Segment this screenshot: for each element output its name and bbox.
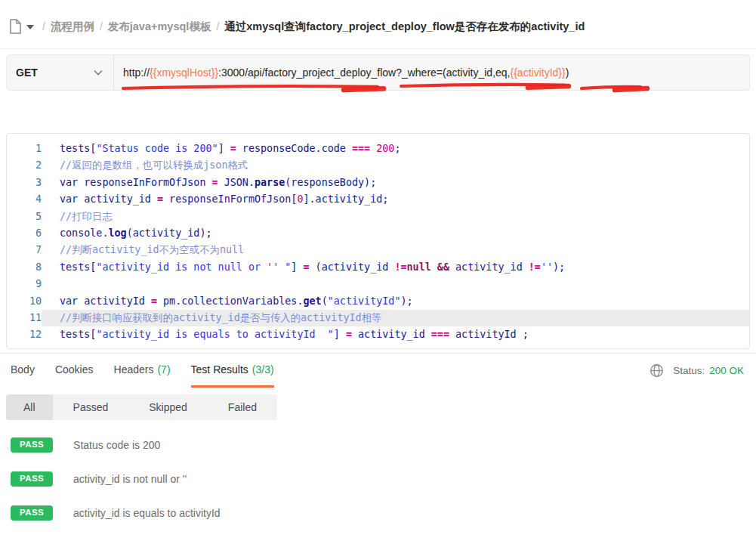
code-token: =: [230, 143, 236, 154]
code-token: parse: [255, 177, 285, 188]
code-token: var activity_id: [60, 193, 157, 205]
request-url-bar: GET http://{{xmysqlHost}}:3000/api/facto…: [6, 54, 750, 91]
code-token: null: [407, 261, 431, 273]
code-line: 12tests["activity_id is equals to activi…: [7, 326, 749, 343]
code-token: tests[: [60, 261, 96, 273]
pass-badge: PASS: [11, 437, 53, 453]
code-token: "activity_id is not null or '' ": [96, 261, 291, 273]
code-token: activityId ;: [449, 329, 529, 340]
code-token: ].activity_id;: [304, 193, 389, 205]
response-tab-test-results[interactable]: Test Results(3/3): [191, 354, 274, 388]
code-text: //打印日志: [42, 209, 749, 225]
url-segment: {{xmysqlHost}}: [150, 66, 218, 79]
method-selector[interactable]: GET: [7, 55, 113, 90]
filter-tab-all[interactable]: All: [6, 394, 53, 420]
url-segment: :3000/api/factory_project_deploy_flow?_w…: [218, 66, 510, 79]
breadcrumb-separator: /: [216, 20, 219, 32]
breadcrumb-item[interactable]: 流程用例: [51, 20, 94, 34]
code-token: =: [346, 329, 352, 340]
code-token: //判断接口响应获取到的activity_id是否与传入的activityId相…: [60, 312, 381, 323]
breadcrumb-separator: /: [100, 20, 103, 32]
breadcrumb: /流程用例/发布java+mysql模板/通过xmysql查询factory_p…: [0, 0, 756, 49]
code-line: 1tests["Status code is 200"] = responseC…: [7, 141, 749, 157]
code-text: tests["activity_id is not null or '' "] …: [42, 259, 749, 276]
response-tab-headers[interactable]: Headers(7): [114, 354, 171, 388]
url-input[interactable]: http://{{xmysqlHost}}:3000/api/factory_p…: [114, 66, 569, 79]
code-token: ]: [334, 329, 346, 340]
tab-count-badge: (7): [157, 363, 170, 376]
breadcrumb-current: 通过xmysql查询factory_project_deploy_flow是否存…: [224, 20, 585, 34]
code-text: //返回的是数组，也可以转换成json格式: [42, 157, 749, 174]
code-text: var responseInFormOfJson = JSON.parse(re…: [42, 175, 749, 191]
code-token: '': [541, 261, 553, 273]
code-token: activity_id: [449, 261, 529, 273]
code-line: 5//打印日志: [7, 209, 749, 225]
code-token: ===: [431, 329, 449, 340]
chevron-down-icon: [94, 70, 103, 76]
code-token: =: [157, 193, 163, 205]
response-tabs: BodyCookiesHeaders(7)Test Results(3/3): [11, 354, 274, 388]
response-tab-cookies[interactable]: Cookies: [55, 354, 94, 388]
code-token: [431, 261, 437, 273]
code-line: 7//判断activity_id不为空或不为null: [7, 242, 749, 258]
code-token: //判断activity_id不为空或不为null: [60, 244, 244, 255]
code-token: (responseBody);: [285, 177, 376, 188]
code-token: );: [553, 261, 565, 273]
code-token: ;: [394, 143, 400, 154]
url-segment: ): [566, 66, 569, 79]
code-text: tests["Status code is 200"] = responseCo…: [42, 141, 749, 157]
code-text: //判断activity_id不为空或不为null: [42, 242, 749, 258]
code-token: (activity_id: [310, 261, 395, 273]
code-token: responseCode.code: [236, 143, 352, 154]
code-line: 9: [7, 276, 749, 292]
code-token: var responseInFormOfJson: [60, 177, 212, 188]
line-number: 4: [7, 191, 42, 208]
request-file-icon[interactable]: [8, 18, 23, 35]
code-text: console.log(activity_id);: [42, 225, 749, 242]
test-result-text: activity_id is not null or '': [73, 473, 187, 485]
filter-tab-skipped[interactable]: Skipped: [128, 394, 208, 420]
breadcrumb-caret-icon[interactable]: [26, 25, 34, 29]
code-line: 8tests["activity_id is not null or '' "]…: [7, 259, 749, 276]
line-number: 10: [7, 293, 42, 310]
method-label: GET: [16, 66, 38, 79]
code-token: (: [322, 295, 328, 307]
response-tab-body[interactable]: Body: [11, 354, 35, 388]
test-result-filter: AllPassedSkippedFailed: [6, 394, 277, 420]
breadcrumb-item[interactable]: 发布java+mysql模板: [108, 20, 211, 34]
code-text: //判断接口响应获取到的activity_id是否与传入的activityId相…: [42, 310, 749, 326]
test-result-text: Status code is 200: [73, 439, 160, 451]
code-token: (activity_id);: [127, 227, 212, 239]
pass-badge: PASS: [11, 471, 53, 487]
test-result-row: PASSactivity_id is not null or '': [11, 471, 750, 487]
code-token: console.: [60, 227, 109, 239]
code-token: =: [303, 261, 309, 273]
code-token: log: [109, 227, 127, 239]
code-token: &&: [437, 261, 449, 273]
line-number: 11: [7, 310, 42, 326]
code-token: "activityId": [328, 295, 401, 307]
breadcrumb-items: /流程用例/发布java+mysql模板/通过xmysql查询factory_p…: [37, 20, 585, 34]
line-number: 9: [7, 276, 42, 292]
code-token: get: [303, 295, 321, 307]
code-token: !=: [529, 261, 541, 273]
line-number: 8: [7, 259, 42, 276]
code-token: JSON.: [218, 177, 255, 188]
code-token: 200: [376, 143, 394, 154]
code-token: ===: [352, 143, 370, 154]
code-line: 11//判断接口响应获取到的activity_id是否与传入的activityI…: [7, 310, 749, 326]
code-editor[interactable]: 1tests["Status code is 200"] = responseC…: [6, 133, 750, 349]
code-token: pm.collectionVariables.: [157, 295, 303, 307]
code-token: tests[: [60, 329, 96, 340]
code-line: 4var activity_id = responseInFormOfJson[…: [7, 191, 749, 208]
code-token: =: [212, 177, 218, 188]
code-token: var activityId: [60, 295, 151, 307]
postman-request-view: /流程用例/发布java+mysql模板/通过xmysql查询factory_p…: [0, 0, 756, 544]
code-token: //返回的是数组，也可以转换成json格式: [60, 159, 248, 171]
code-token: "Status code is 200": [96, 143, 218, 154]
code-token: 0: [297, 193, 303, 205]
filter-tab-failed[interactable]: Failed: [208, 394, 277, 420]
test-results-list: PASSStatus code is 200PASSactivity_id is…: [11, 437, 750, 539]
filter-tab-passed[interactable]: Passed: [53, 394, 129, 420]
code-line: 2//返回的是数组，也可以转换成json格式: [7, 157, 749, 174]
